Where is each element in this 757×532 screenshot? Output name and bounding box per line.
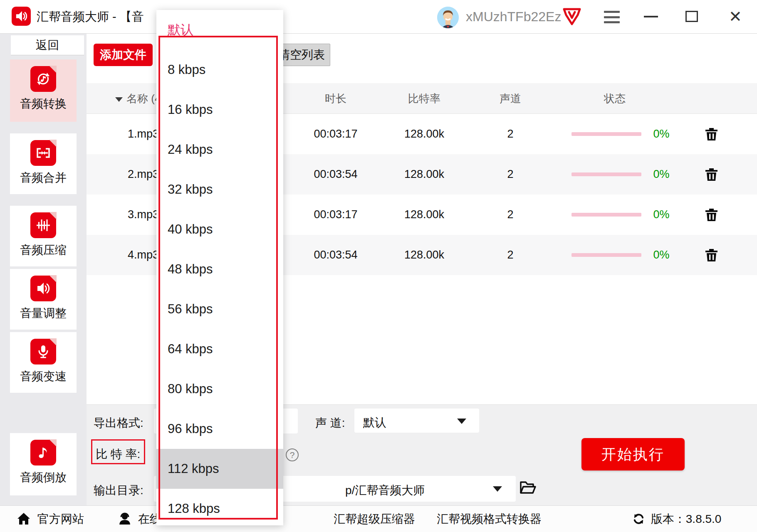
add-file-button[interactable]: 添加文件 — [94, 44, 153, 66]
dropdown-option[interactable]: 8 kbps — [156, 50, 283, 90]
progress-percent: 0% — [640, 195, 683, 235]
file-bitrate: 128.00k — [383, 154, 466, 195]
file-channels: 2 — [469, 114, 552, 154]
file-duration: 00:03:54 — [294, 235, 377, 275]
super-compressor-link[interactable]: 汇帮超级压缩器 — [334, 506, 415, 532]
chevron-down-icon — [457, 419, 466, 424]
version-info[interactable]: 版本：3.8.5.0 — [632, 506, 721, 532]
open-folder-icon[interactable] — [519, 480, 537, 495]
column-header-bitrate: 比特率 — [383, 83, 466, 114]
app-title: 汇帮音频大师 - 【音 — [37, 0, 144, 33]
file-name: 2.mp3 — [128, 154, 159, 195]
audio-speed-icon — [30, 339, 56, 365]
dropdown-option[interactable]: 80 kbps — [156, 369, 283, 409]
sidebar-item-label: 音频倒放 — [20, 470, 67, 485]
video-converter-link[interactable]: 汇帮视频格式转换器 — [437, 506, 542, 532]
close-icon[interactable]: ✕ — [727, 7, 744, 26]
official-site-link[interactable]: 官方网站 — [17, 506, 84, 532]
dropdown-option[interactable]: 96 kbps — [156, 409, 283, 449]
dropdown-option[interactable]: 24 kbps — [156, 130, 283, 170]
file-bitrate: 128.00k — [383, 235, 466, 275]
column-header-channels: 声道 — [469, 83, 552, 114]
dropdown-option-default[interactable]: 默认 — [156, 10, 283, 50]
file-name: 4.mp3 — [128, 235, 159, 275]
progress-bar — [571, 132, 641, 136]
column-header-status: 状态 — [573, 83, 656, 114]
progress-bar — [571, 213, 641, 217]
file-duration: 00:03:17 — [294, 195, 377, 235]
question-circle-icon[interactable]: ? — [286, 448, 299, 461]
dropdown-option[interactable]: 48 kbps — [156, 249, 283, 289]
output-directory-value: p/汇帮音频大师 — [345, 483, 425, 498]
sidebar-item-audio-convert[interactable]: 音频转换 — [10, 59, 77, 122]
channel-label: 声 道: — [315, 415, 345, 431]
audio-merge-icon — [30, 140, 56, 166]
trash-icon[interactable] — [704, 207, 719, 222]
back-button[interactable]: 返回 — [11, 35, 84, 55]
bitrate-annotation-box — [91, 439, 145, 464]
sidebar-item-volume-adjust[interactable]: 音量调整 — [10, 269, 77, 330]
bitrate-dropdown-list: 默认 8 kbps 16 kbps 24 kbps 32 kbps 40 kbp… — [156, 10, 283, 525]
vip-badge-icon[interactable] — [562, 7, 581, 26]
file-channels: 2 — [469, 154, 552, 195]
dropdown-option[interactable]: 32 kbps — [156, 170, 283, 209]
chevron-down-icon — [493, 486, 502, 492]
trash-icon[interactable] — [704, 248, 719, 262]
sidebar-item-label: 音频转换 — [20, 96, 67, 112]
progress-percent: 0% — [640, 154, 683, 195]
file-duration: 00:03:54 — [294, 154, 377, 195]
sidebar: 返回 音频转换 音频合并 — [0, 33, 87, 505]
volume-adjust-icon — [30, 276, 56, 301]
sidebar-item-audio-speed[interactable]: 音频变速 — [10, 332, 77, 393]
sidebar-item-audio-reverse[interactable]: 音频倒放 — [10, 433, 77, 495]
app-logo-speaker-icon — [12, 7, 31, 26]
user-avatar[interactable] — [437, 7, 459, 28]
trash-icon[interactable] — [704, 127, 719, 141]
headset-icon — [118, 512, 131, 525]
audio-convert-icon — [30, 66, 56, 92]
sidebar-item-label: 音频合并 — [20, 170, 67, 186]
sidebar-item-label: 音频压缩 — [20, 242, 67, 258]
audio-reverse-icon — [30, 440, 56, 466]
progress-bar — [571, 172, 641, 176]
sidebar-item-label: 音量调整 — [20, 305, 67, 321]
dropdown-option[interactable]: 56 kbps — [156, 289, 283, 329]
minimize-icon[interactable] — [644, 16, 658, 17]
sidebar-item-audio-compress[interactable]: 音频压缩 — [10, 206, 77, 266]
file-duration: 00:03:17 — [294, 114, 377, 154]
file-bitrate: 128.00k — [383, 114, 466, 154]
progress-percent: 0% — [640, 235, 683, 275]
sidebar-item-audio-merge[interactable]: 音频合并 — [10, 133, 77, 194]
dropdown-option[interactable]: 40 kbps — [156, 209, 283, 249]
sort-descending-icon — [115, 97, 123, 102]
output-directory-label: 输出目录: — [94, 483, 143, 498]
file-name: 1.mp3 — [128, 114, 159, 154]
title-bar: 汇帮音频大师 - 【音 xMUzhTFb22Ez ✕ — [0, 0, 757, 33]
trash-icon[interactable] — [704, 167, 719, 182]
export-format-label: 导出格式: — [94, 415, 143, 431]
file-name: 3.mp3 — [128, 195, 159, 235]
refresh-icon — [632, 512, 645, 525]
progress-percent: 0% — [640, 114, 683, 154]
progress-bar — [571, 253, 641, 257]
start-execute-button[interactable]: 开始执行 — [581, 438, 685, 470]
dropdown-option[interactable]: 64 kbps — [156, 329, 283, 369]
sidebar-item-label: 音频变速 — [20, 369, 67, 384]
dropdown-option[interactable]: 16 kbps — [156, 90, 283, 130]
channel-select-value: 默认 — [363, 415, 386, 431]
file-channels: 2 — [469, 195, 552, 235]
hamburger-menu-icon[interactable] — [604, 11, 620, 23]
channel-select[interactable]: 默认 — [354, 409, 479, 433]
username[interactable]: xMUzhTFb22Ez — [466, 0, 561, 33]
home-icon — [17, 512, 31, 525]
column-header-duration: 时长 — [294, 83, 377, 114]
status-bar: 官方网站 在线客服 汇帮超级压缩器 汇帮视频格式转换器 版本：3.8.5.0 — [0, 505, 757, 532]
file-channels: 2 — [469, 235, 552, 275]
file-bitrate: 128.00k — [383, 195, 466, 235]
audio-compress-icon — [30, 212, 56, 238]
maximize-icon[interactable] — [685, 11, 698, 22]
dropdown-option[interactable]: 128 kbps — [156, 489, 283, 529]
dropdown-option-selected[interactable]: 112 kbps — [156, 449, 283, 489]
